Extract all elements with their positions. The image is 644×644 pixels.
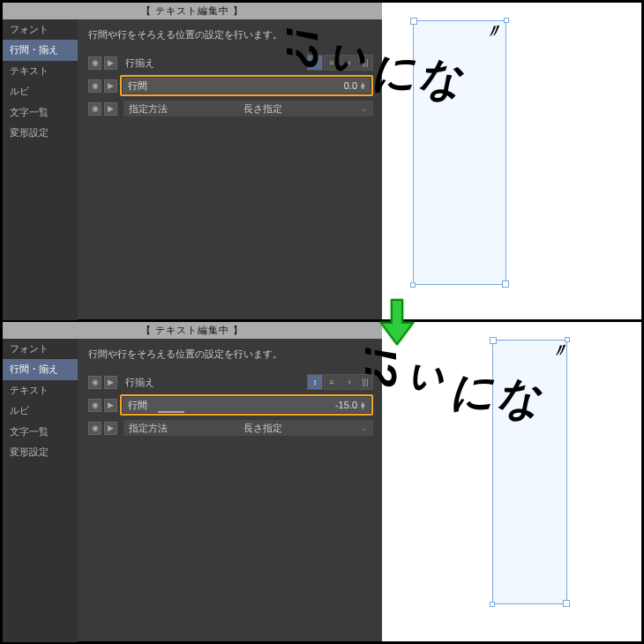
text-bounding-box[interactable]: な に ぃ !? 〃 — [413, 20, 506, 285]
text-bounding-box[interactable]: な に ぃ !? 〃 — [492, 340, 567, 604]
sidebar-item-charlist[interactable]: 文字一覧 — [3, 102, 78, 123]
play-icon[interactable]: ▶ — [104, 102, 117, 116]
sidebar-item-ruby[interactable]: ルビ — [3, 401, 78, 421]
play-icon[interactable]: ▶ — [104, 399, 117, 412]
eye-icon[interactable]: ◉ — [88, 56, 101, 70]
play-icon[interactable]: ▶ — [104, 56, 117, 70]
sidebar-item-text[interactable]: テキスト — [3, 380, 78, 401]
sidebar-item-charlist[interactable]: 文字一覧 — [3, 422, 78, 442]
align-bot-icon[interactable]: ⫞ — [341, 374, 356, 390]
sidebar-item-spacing[interactable]: 行間・揃え — [3, 359, 78, 379]
align-label: 行揃え — [125, 56, 196, 70]
row-align: ◉ ▶ 行揃え ↕ ≡ ⫞ ||| — [88, 373, 373, 391]
method-label: 指定方法 — [129, 102, 199, 116]
spacing-slider[interactable]: 行間 -15.0 ▴▾ — [123, 397, 371, 413]
sidebar-item-font[interactable]: フォント — [3, 19, 78, 40]
vertical-text: な に ぃ !? — [356, 346, 542, 398]
align-mid-icon[interactable]: ≡ — [324, 374, 340, 390]
settings-panel: 【 テキスト編集中 】 フォント 行間・揃え テキスト ルビ 文字一覧 変形設定… — [3, 322, 382, 641]
sidebar: フォント 行間・揃え テキスト ルビ 文字一覧 変形設定 — [3, 339, 78, 642]
method-select[interactable]: 指定方法 長さ指定 ⌄ — [124, 101, 373, 116]
method-label: 指定方法 — [129, 422, 199, 435]
align-top-icon[interactable]: ↕ — [307, 374, 323, 390]
spinner-icon[interactable]: ▴▾ — [361, 401, 365, 409]
spinner-icon[interactable]: ▴▾ — [361, 82, 365, 90]
method-value: 長さ指定 — [243, 102, 282, 116]
spacing-slider[interactable]: 行間 0.0 ▴▾ — [123, 78, 371, 94]
row-method: ◉ ▶ 指定方法 長さ指定 ⌄ — [88, 419, 373, 437]
row-method: ◉ ▶ 指定方法 長さ指定 ⌄ — [88, 100, 373, 117]
spacing-highlight: 行間 -15.0 ▴▾ — [120, 394, 373, 416]
main-area: 行間や行をそろえる位置の設定を行います。 ◉ ▶ 行揃え ↕ ≡ ⫞ ||| ◉… — [78, 339, 382, 642]
sidebar-item-transform[interactable]: 変形設定 — [3, 123, 78, 143]
chevron-down-icon: ⌄ — [361, 423, 368, 432]
bottom-example: 【 テキスト編集中 】 フォント 行間・揃え テキスト ルビ 文字一覧 変形設定… — [0, 322, 644, 644]
canvas-top: な に ぃ !? 〃 — [382, 3, 641, 319]
spacing-label: 行間 — [128, 399, 147, 412]
top-example: 【 テキスト編集中 】 フォント 行間・揃え テキスト ルビ 文字一覧 変形設定… — [0, 0, 644, 322]
sidebar-item-spacing[interactable]: 行間・揃え — [3, 40, 78, 60]
row-spacing: ◉ ▶ 行間 0.0 ▴▾ — [88, 77, 373, 94]
eye-icon[interactable]: ◉ — [88, 79, 101, 93]
chevron-down-icon: ⌄ — [361, 104, 368, 113]
canvas-bottom: な に ぃ !? 〃 — [382, 322, 641, 641]
spacing-label: 行間 — [128, 79, 147, 93]
sidebar-item-transform[interactable]: 変形設定 — [3, 442, 78, 462]
play-icon[interactable]: ▶ — [104, 422, 117, 435]
eye-icon[interactable]: ◉ — [88, 399, 101, 412]
vertical-text: な に ぃ !? — [278, 26, 463, 79]
dakuten: 〃 — [484, 18, 502, 45]
spacing-value: -15.0 — [335, 400, 357, 410]
sidebar-item-ruby[interactable]: ルビ — [3, 81, 78, 101]
spacing-value: 0.0 — [344, 80, 357, 91]
method-value: 長さ指定 — [243, 422, 282, 435]
sidebar-item-font[interactable]: フォント — [3, 339, 78, 359]
sidebar-item-text[interactable]: テキスト — [3, 61, 78, 81]
sidebar: フォント 行間・揃え テキスト ルビ 文字一覧 変形設定 — [3, 19, 78, 320]
row-spacing: ◉ ▶ 行間 -15.0 ▴▾ — [88, 396, 373, 414]
panel-title: 【 テキスト編集中 】 — [3, 3, 382, 19]
panel-title: 【 テキスト編集中 】 — [3, 322, 382, 339]
align-label: 行揃え — [125, 376, 196, 389]
eye-icon[interactable]: ◉ — [88, 422, 101, 435]
play-icon[interactable]: ▶ — [104, 376, 117, 389]
description: 行間や行をそろえる位置の設定を行います。 — [88, 348, 373, 361]
play-icon[interactable]: ▶ — [104, 79, 117, 93]
method-select[interactable]: 指定方法 長さ指定 ⌄ — [124, 420, 373, 436]
down-arrow-icon — [379, 298, 415, 346]
eye-icon[interactable]: ◉ — [88, 376, 101, 389]
eye-icon[interactable]: ◉ — [88, 102, 101, 116]
dakuten: 〃 — [550, 337, 568, 364]
